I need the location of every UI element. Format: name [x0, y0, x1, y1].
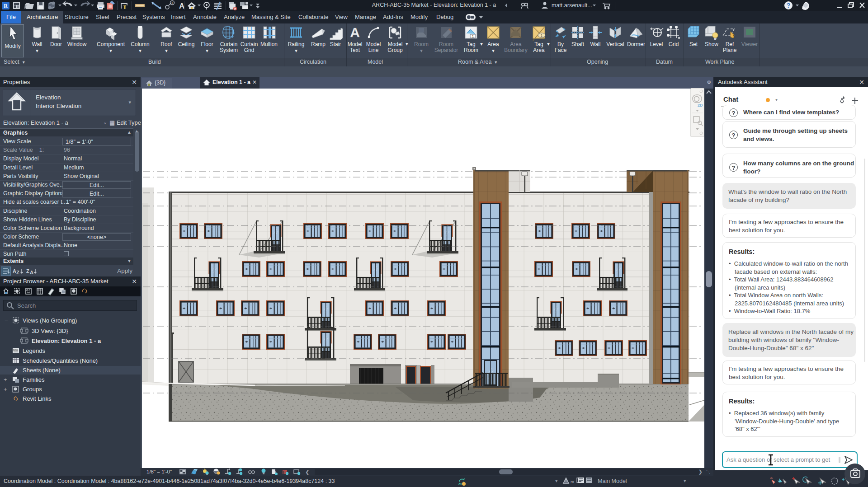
svg-text:2D: 2D — [698, 103, 703, 108]
svg-text:ₘ: ₘ — [571, 478, 574, 484]
svg-text:A: A — [30, 270, 33, 275]
svg-text:1: 1 — [472, 34, 474, 38]
svg-text:1: 1 — [541, 34, 542, 37]
svg-text:Z: Z — [26, 268, 29, 274]
svg-text:❮: ❮ — [305, 469, 310, 475]
svg-text:A: A — [13, 268, 16, 274]
svg-text:Z: Z — [16, 270, 19, 275]
svg-text:A: A — [350, 25, 360, 40]
